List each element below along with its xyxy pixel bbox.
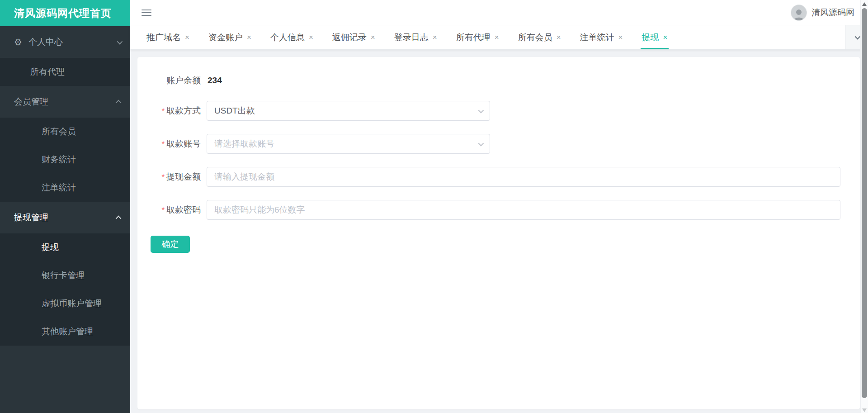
- withdraw-form-card: 账户余额 234 *取款方式 USDT出款 *取款账号 请选择取款账号: [137, 57, 860, 409]
- withdraw-amount-input[interactable]: [207, 167, 840, 187]
- balance-label: 账户余额: [137, 75, 207, 86]
- avatar-person-icon: [792, 8, 806, 20]
- vertical-scrollbar[interactable]: [860, 0, 868, 413]
- sidebar-item-crypto-account-management[interactable]: 虚拟币账户管理: [0, 290, 130, 318]
- scrollbar-down-arrow-icon[interactable]: [862, 408, 867, 412]
- sidebar-item-all-members[interactable]: 所有会员: [0, 118, 130, 146]
- close-icon[interactable]: ×: [618, 33, 623, 41]
- close-icon[interactable]: ×: [663, 33, 668, 41]
- sidebar-group-member-management[interactable]: 会员管理: [0, 86, 130, 118]
- tab-rebate-records[interactable]: 返佣记录 ×: [323, 25, 385, 49]
- tab-label: 推广域名: [146, 32, 181, 43]
- sidebar-item-label: 注单统计: [42, 182, 76, 194]
- withdraw-account-row: *取款账号 请选择取款账号: [137, 134, 848, 154]
- sidebar-filler: [0, 346, 130, 413]
- sidebar-item-label: 提现: [42, 242, 59, 253]
- withdraw-amount-label: *提现金额: [137, 171, 207, 183]
- sidebar-group-label: 个人中心: [28, 36, 117, 48]
- withdraw-method-label: *取款方式: [137, 105, 207, 117]
- sidebar-item-bank-card-management[interactable]: 银行卡管理: [0, 261, 130, 290]
- select-placeholder: 请选择取款账号: [214, 138, 274, 150]
- close-icon[interactable]: ×: [247, 33, 251, 41]
- tab-label: 所有代理: [456, 32, 491, 43]
- tab-all-agents[interactable]: 所有代理 ×: [447, 25, 509, 49]
- withdraw-method-row: *取款方式 USDT出款: [137, 101, 848, 121]
- balance-row: 账户余额 234: [137, 71, 848, 90]
- submenu-withdrawal-management: 提现 银行卡管理 虚拟币账户管理 其他账户管理: [0, 233, 130, 346]
- open-tabs: 推广域名 × 资金账户 × 个人信息 × 返佣记录 × 登录日志 × 所有代理 …: [130, 25, 845, 49]
- sidebar-item-label: 虚拟币账户管理: [42, 298, 102, 309]
- sidebar-item-other-account-management[interactable]: 其他账户管理: [0, 318, 130, 346]
- gear-icon: ⚙: [14, 37, 22, 47]
- tab-label: 返佣记录: [332, 32, 367, 43]
- required-asterisk: *: [161, 107, 165, 115]
- sidebar-item-label: 其他账户管理: [42, 326, 93, 337]
- balance-value: 234: [208, 76, 222, 85]
- withdraw-method-select[interactable]: USDT出款: [207, 101, 490, 121]
- tab-label: 提现: [642, 32, 659, 43]
- close-icon[interactable]: ×: [557, 33, 561, 41]
- tab-label: 个人信息: [270, 32, 305, 43]
- required-asterisk: *: [161, 206, 165, 214]
- page-content: 账户余额 234 *取款方式 USDT出款 *取款账号 请选择取款账号: [130, 50, 868, 413]
- required-asterisk: *: [161, 140, 165, 148]
- tab-bar: 推广域名 × 资金账户 × 个人信息 × 返佣记录 × 登录日志 × 所有代理 …: [130, 25, 868, 50]
- sidebar-item-label: 财务统计: [42, 154, 76, 166]
- withdraw-account-select[interactable]: 请选择取款账号: [207, 134, 490, 154]
- sidebar-item-label: 所有代理: [30, 66, 65, 78]
- close-icon[interactable]: ×: [185, 33, 189, 41]
- withdraw-password-label: *取款密码: [137, 204, 207, 216]
- submenu-member-management: 所有会员 财务统计 注单统计: [0, 118, 130, 202]
- app-logo-title: 清风源码网代理首页: [0, 0, 130, 26]
- withdraw-amount-row: *提现金额: [137, 167, 848, 187]
- chevron-down-icon: [478, 140, 484, 146]
- user-avatar: [791, 5, 807, 21]
- tab-promo-domain[interactable]: 推广域名 ×: [137, 25, 199, 49]
- sidebar-item-bet-stats[interactable]: 注单统计: [0, 174, 130, 202]
- sidebar-item-all-agents[interactable]: 所有代理: [0, 58, 130, 86]
- sidebar-group-withdrawal-management[interactable]: 提现管理: [0, 202, 130, 233]
- tab-login-logs[interactable]: 登录日志 ×: [385, 25, 447, 49]
- tab-label: 登录日志: [394, 32, 429, 43]
- tab-bet-stats[interactable]: 注单统计 ×: [571, 25, 632, 49]
- sidebar-group-label: 会员管理: [14, 96, 117, 108]
- close-icon[interactable]: ×: [433, 33, 437, 41]
- confirm-button[interactable]: 确定: [151, 236, 190, 253]
- close-icon[interactable]: ×: [495, 33, 499, 41]
- tab-label: 资金账户: [208, 32, 243, 43]
- scrollbar-up-arrow-icon[interactable]: [862, 2, 867, 6]
- sidebar-item-finance-stats[interactable]: 财务统计: [0, 146, 130, 174]
- withdraw-password-row: *取款密码: [137, 200, 848, 220]
- tab-fund-account[interactable]: 资金账户 ×: [199, 25, 261, 49]
- chevron-down-icon: [117, 38, 123, 44]
- required-asterisk: *: [161, 173, 165, 181]
- sidebar: 清风源码网代理首页 ⚙ 个人中心 所有代理 会员管理 所有会员 财务统计 注单统…: [0, 0, 130, 413]
- user-menu[interactable]: 清风源码网: [791, 5, 854, 21]
- sidebar-group-label: 提现管理: [14, 212, 117, 223]
- user-name: 清风源码网: [811, 7, 854, 19]
- tab-label: 所有会员: [518, 32, 552, 43]
- close-icon[interactable]: ×: [309, 33, 313, 41]
- top-bar: 清风源码网: [130, 0, 868, 25]
- chevron-down-icon: [478, 107, 484, 113]
- tab-personal-info[interactable]: 个人信息 ×: [261, 25, 323, 49]
- close-icon[interactable]: ×: [371, 33, 375, 41]
- hamburger-menu-icon[interactable]: [142, 8, 151, 18]
- withdraw-account-label: *取款账号: [137, 138, 207, 150]
- sidebar-item-label: 银行卡管理: [42, 270, 85, 281]
- sidebar-item-label: 所有会员: [42, 126, 76, 138]
- submenu-personal-center: 所有代理: [0, 58, 130, 86]
- tab-label: 注单统计: [580, 32, 614, 43]
- tab-all-members[interactable]: 所有会员 ×: [509, 25, 571, 49]
- sidebar-group-personal-center[interactable]: ⚙ 个人中心: [0, 26, 130, 58]
- sidebar-item-withdraw[interactable]: 提现: [0, 233, 130, 261]
- selected-value: USDT出款: [214, 105, 255, 117]
- scrollbar-thumb[interactable]: [862, 8, 867, 398]
- main-area: 清风源码网 推广域名 × 资金账户 × 个人信息 × 返佣记录 × 登录日志 ×: [130, 0, 868, 413]
- chevron-down-icon: [855, 34, 861, 40]
- tab-withdraw-active[interactable]: 提现 ×: [632, 25, 677, 49]
- withdraw-password-input[interactable]: [207, 200, 840, 220]
